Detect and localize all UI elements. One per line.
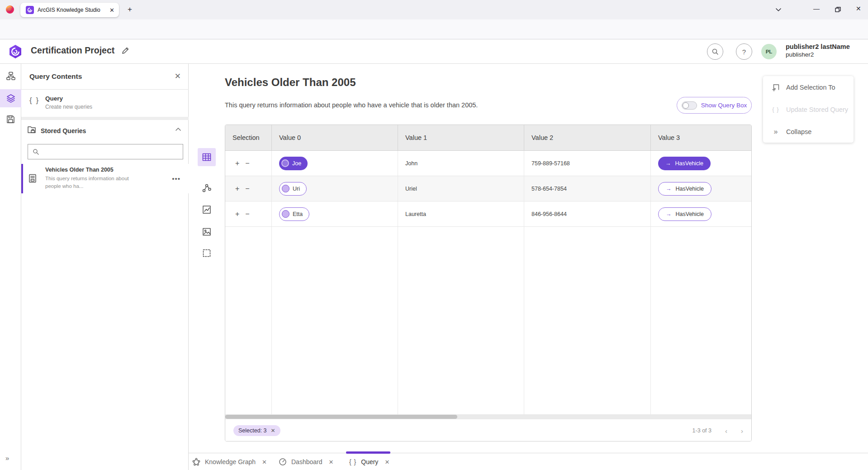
cell-value2[interactable]: 578-654-7854 <box>524 176 650 201</box>
save-icon[interactable] <box>0 110 21 128</box>
left-icon-rail: » <box>0 64 21 470</box>
entity-dot-icon <box>282 210 289 218</box>
column-header-selection[interactable]: Selection <box>225 125 271 150</box>
user-login: publisher2 <box>786 51 814 58</box>
clear-selection-icon[interactable]: ✕ <box>271 427 275 434</box>
knowledge-graph-icon <box>192 458 200 466</box>
stored-query-description: This query returns information about peo… <box>45 175 146 190</box>
selected-count-chip[interactable]: Selected: 3 ✕ <box>233 425 280 436</box>
tab-label: Dashboard <box>291 458 323 465</box>
show-query-box-toggle[interactable]: Show Query Box <box>677 97 752 114</box>
stored-query-item[interactable]: Vehicles Older Than 2005 This query retu… <box>21 164 189 193</box>
browser-window: ArcGIS Knowledge Studio ✕ + — ✕ <box>0 0 868 470</box>
firefox-icon[interactable] <box>5 5 14 14</box>
page-range-label: 1-3 of 3 <box>693 427 711 434</box>
column-header-value1[interactable]: Value 1 <box>398 125 524 150</box>
stored-queries-title: Stored Queries <box>41 127 86 134</box>
arrow-right-icon: → <box>666 186 672 192</box>
avatar[interactable]: PL <box>761 44 777 59</box>
tab-query[interactable]: { } Query ✕ <box>349 453 389 470</box>
relationship-pill[interactable]: →HasVehicle <box>658 182 711 196</box>
menu-item-update-stored-query[interactable]: { } Update Stored Query <box>763 98 854 120</box>
toggle-switch[interactable] <box>682 101 697 110</box>
braces-icon: { } <box>29 96 39 105</box>
project-title: Certification Project <box>31 45 114 56</box>
arrow-right-icon: → <box>666 211 672 217</box>
arcgis-favicon <box>26 6 34 14</box>
cell-value1[interactable]: Uriel <box>398 176 524 201</box>
relationship-pill[interactable]: →HasVehicle <box>658 157 711 170</box>
cell-value2[interactable]: 759-889-57168 <box>524 151 650 176</box>
menu-item-collapse[interactable]: » Collapse <box>763 120 854 143</box>
stored-queries-header[interactable]: Stored Queries <box>21 120 189 143</box>
next-page-icon[interactable]: › <box>741 427 743 435</box>
table-empty-area <box>225 227 751 414</box>
selection-marquee-icon[interactable] <box>198 244 216 262</box>
column-header-value3[interactable]: Value 3 <box>650 125 751 150</box>
section-divider <box>21 117 189 120</box>
help-button[interactable]: ? <box>736 43 752 60</box>
chart-icon[interactable] <box>198 201 216 219</box>
tab-close-icon[interactable]: ✕ <box>329 459 334 465</box>
tab-dashboard[interactable]: Dashboard ✕ <box>279 453 333 470</box>
previous-page-icon[interactable]: ‹ <box>725 427 727 435</box>
braces-icon: { } <box>349 458 356 465</box>
add-to-selection-icon[interactable]: + <box>235 185 239 193</box>
window-minimize-icon[interactable]: — <box>813 5 820 12</box>
horizontal-scrollbar[interactable] <box>225 414 751 419</box>
list-tabs-chevron-icon[interactable] <box>775 6 782 13</box>
entity-pill[interactable]: Joe <box>279 157 308 170</box>
stored-query-title: Vehicles Older Than 2005 <box>45 167 114 173</box>
sidebar-item-query[interactable]: { } Query Create new queries <box>21 90 189 117</box>
app-header: Certification Project ? PL publisher2 la… <box>0 39 868 64</box>
tab-close-icon[interactable]: ✕ <box>262 459 267 465</box>
column-header-value0[interactable]: Value 0 <box>271 125 398 150</box>
show-query-box-label: Show Query Box <box>701 102 747 109</box>
add-to-selection-icon[interactable]: + <box>235 210 239 218</box>
entity-dot-icon <box>281 159 289 167</box>
column-header-value2[interactable]: Value 2 <box>524 125 650 150</box>
relationship-pill[interactable]: →HasVehicle <box>658 207 711 221</box>
stored-queries-search[interactable] <box>28 144 183 159</box>
table-view-icon[interactable] <box>198 148 216 166</box>
panel-close-icon[interactable]: ✕ <box>175 72 181 81</box>
link-chart-icon[interactable] <box>198 179 216 197</box>
tab-knowledge-graph[interactable]: Knowledge Graph ✕ <box>192 453 267 470</box>
tab-label: Knowledge Graph <box>205 458 256 465</box>
item-options-icon[interactable]: ••• <box>172 175 180 182</box>
remove-from-selection-icon[interactable]: − <box>245 210 249 218</box>
data-model-icon[interactable] <box>0 67 21 85</box>
table-row[interactable]: +− Joe John 759-889-57168 →HasVehicle <box>225 151 751 176</box>
menu-item-add-selection-to[interactable]: Add Selection To <box>763 76 854 98</box>
table-row[interactable]: +− Etta Lauretta 846-956-8644 →HasVehicl… <box>225 201 751 227</box>
edit-pencil-icon[interactable] <box>121 47 129 55</box>
query-item-title: Query <box>45 95 63 102</box>
dashboard-gauge-icon <box>279 458 287 466</box>
layers-icon[interactable] <box>0 89 21 107</box>
expand-rail-icon[interactable]: » <box>5 454 9 462</box>
cell-value2[interactable]: 846-956-8644 <box>524 201 650 226</box>
cell-value1[interactable]: Lauretta <box>398 201 524 226</box>
search-icon <box>33 149 39 155</box>
table-row[interactable]: +− Uri Uriel 578-654-7854 →HasVehicle <box>225 176 751 201</box>
add-to-selection-icon[interactable]: + <box>235 159 239 168</box>
cell-value1[interactable]: John <box>398 151 524 176</box>
page-title: Vehicles Older Than 2005 <box>225 76 356 89</box>
collapse-section-chevron-icon[interactable] <box>175 127 181 131</box>
tab-label: Query <box>361 458 378 465</box>
remove-from-selection-icon[interactable]: − <box>245 159 249 168</box>
search-input[interactable] <box>43 149 178 155</box>
entity-pill[interactable]: Uri <box>279 182 307 196</box>
map-image-icon[interactable] <box>198 223 216 241</box>
remove-from-selection-icon[interactable]: − <box>245 185 249 193</box>
entity-pill[interactable]: Etta <box>279 207 309 221</box>
tab-close-icon[interactable]: ✕ <box>109 7 114 13</box>
tab-close-icon[interactable]: ✕ <box>384 459 389 465</box>
scrollbar-thumb[interactable] <box>225 415 457 419</box>
entity-dot-icon <box>282 185 289 192</box>
window-restore-icon[interactable] <box>835 6 841 13</box>
new-tab-button[interactable]: + <box>128 5 132 13</box>
window-close-icon[interactable]: ✕ <box>856 5 861 12</box>
browser-tab-active[interactable]: ArcGIS Knowledge Studio ✕ <box>20 3 119 17</box>
search-button[interactable] <box>707 43 723 60</box>
